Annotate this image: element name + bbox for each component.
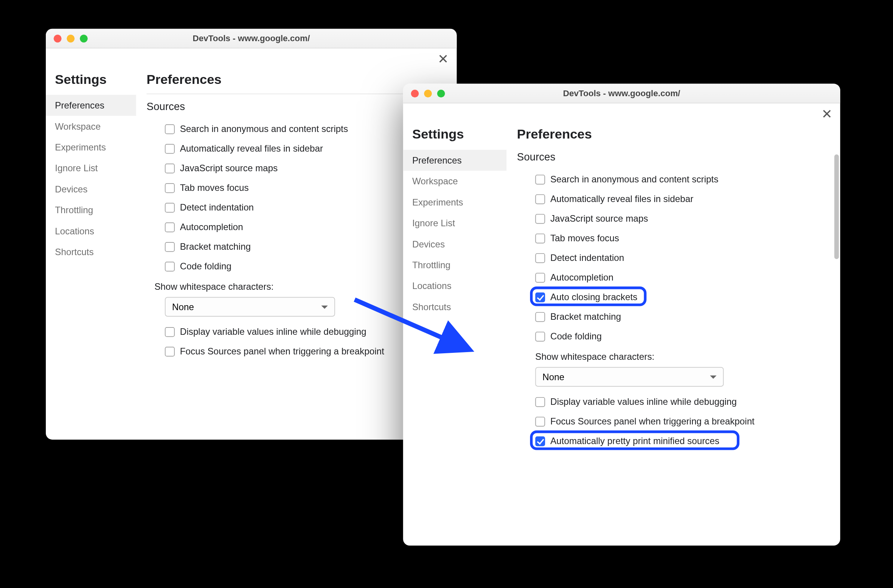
devtools-window-right: DevTools - www.google.com/ ✕ Settings Pr… bbox=[403, 84, 840, 546]
content: Settings Preferences Workspace Experimen… bbox=[46, 69, 457, 439]
option-row: Automatically reveal files in sidebar bbox=[517, 189, 830, 209]
checkbox[interactable] bbox=[535, 194, 545, 204]
page-title: Preferences bbox=[517, 124, 830, 149]
checkbox[interactable] bbox=[535, 214, 545, 224]
sidebar-item-preferences[interactable]: Preferences bbox=[46, 95, 136, 116]
checkbox[interactable] bbox=[165, 164, 175, 174]
option-row: Automatically reveal files in sidebar bbox=[147, 139, 446, 158]
sidebar-item-experiments[interactable]: Experiments bbox=[46, 137, 136, 157]
option-label: JavaScript source maps bbox=[550, 213, 648, 224]
option-label: Automatically reveal files in sidebar bbox=[550, 194, 694, 204]
option-row: Tab moves focus bbox=[517, 228, 830, 248]
option-label: Detect indentation bbox=[180, 202, 254, 212]
option-row-auto-pretty-print: Automatically pretty print minified sour… bbox=[517, 431, 830, 451]
chevron-down-icon bbox=[710, 375, 717, 379]
minimize-icon[interactable] bbox=[424, 89, 432, 97]
traffic-lights bbox=[403, 89, 445, 97]
option-label: Focus Sources panel when triggering a br… bbox=[550, 416, 755, 426]
close-icon[interactable] bbox=[411, 89, 419, 97]
option-label: Tab moves focus bbox=[180, 182, 249, 193]
sidebar: Settings Preferences Workspace Experimen… bbox=[46, 69, 136, 439]
whitespace-select[interactable]: None bbox=[535, 367, 724, 387]
sidebar-item-preferences[interactable]: Preferences bbox=[403, 150, 507, 170]
close-icon[interactable] bbox=[54, 34, 61, 42]
option-row: Search in anonymous and content scripts bbox=[517, 169, 830, 189]
checkbox[interactable] bbox=[165, 222, 175, 232]
select-label: Show whitespace characters: bbox=[147, 276, 446, 294]
checkbox[interactable] bbox=[535, 397, 545, 407]
minimize-icon[interactable] bbox=[67, 34, 74, 42]
checkbox[interactable] bbox=[165, 183, 175, 193]
select-value: None bbox=[172, 302, 194, 312]
checkbox[interactable] bbox=[535, 292, 545, 302]
section-title-sources: Sources bbox=[147, 101, 446, 113]
sidebar-item-experiments[interactable]: Experiments bbox=[403, 192, 507, 212]
option-row: Bracket matching bbox=[147, 237, 446, 256]
sidebar-item-locations[interactable]: Locations bbox=[403, 276, 507, 296]
option-row: Search in anonymous and content scripts bbox=[147, 119, 446, 139]
content: Settings Preferences Workspace Experimen… bbox=[403, 124, 840, 546]
page-title: Preferences bbox=[147, 69, 446, 94]
sidebar: Settings Preferences Workspace Experimen… bbox=[403, 124, 507, 546]
checkbox[interactable] bbox=[165, 203, 175, 213]
sidebar-item-workspace[interactable]: Workspace bbox=[403, 171, 507, 192]
option-label: Tab moves focus bbox=[550, 233, 619, 243]
option-label: Automatically reveal files in sidebar bbox=[180, 143, 323, 154]
option-label: JavaScript source maps bbox=[180, 163, 278, 173]
sidebar-item-shortcuts[interactable]: Shortcuts bbox=[46, 241, 136, 262]
option-label: Display variable values inline while deb… bbox=[180, 326, 366, 337]
checkbox[interactable] bbox=[535, 417, 545, 427]
main-panel: Preferences Sources Search in anonymous … bbox=[507, 124, 840, 546]
window-title: DevTools - www.google.com/ bbox=[46, 33, 457, 43]
checkbox[interactable] bbox=[165, 124, 175, 134]
chevron-down-icon bbox=[321, 305, 328, 309]
option-label: Auto closing brackets bbox=[550, 292, 637, 302]
sidebar-item-ignore-list[interactable]: Ignore List bbox=[46, 158, 136, 179]
option-label: Bracket matching bbox=[180, 241, 251, 252]
sidebar-item-throttling[interactable]: Throttling bbox=[46, 200, 136, 220]
checkbox[interactable] bbox=[535, 175, 545, 185]
select-value: None bbox=[542, 372, 564, 382]
titlebar[interactable]: DevTools - www.google.com/ bbox=[403, 84, 840, 104]
option-label: Display variable values inline while deb… bbox=[550, 396, 737, 407]
sidebar-title: Settings bbox=[403, 124, 507, 150]
sidebar-item-shortcuts[interactable]: Shortcuts bbox=[403, 296, 507, 317]
sidebar-item-workspace[interactable]: Workspace bbox=[46, 116, 136, 137]
option-row: Autocompletion bbox=[147, 217, 446, 237]
sidebar-item-ignore-list[interactable]: Ignore List bbox=[403, 213, 507, 234]
option-label: Autocompletion bbox=[180, 222, 243, 232]
checkbox[interactable] bbox=[535, 273, 545, 283]
checkbox[interactable] bbox=[165, 242, 175, 252]
option-row-auto-closing-brackets: Auto closing brackets bbox=[517, 287, 830, 307]
option-row: Bracket matching bbox=[517, 307, 830, 326]
close-panel-icon[interactable]: ✕ bbox=[821, 107, 833, 120]
devtools-window-left: DevTools - www.google.com/ ✕ Settings Pr… bbox=[46, 29, 457, 440]
scrollbar[interactable] bbox=[834, 154, 839, 259]
sidebar-item-devices[interactable]: Devices bbox=[403, 234, 507, 254]
checkbox[interactable] bbox=[535, 436, 545, 446]
traffic-lights bbox=[46, 34, 88, 42]
checkbox[interactable] bbox=[535, 234, 545, 244]
checkbox[interactable] bbox=[165, 144, 175, 154]
titlebar[interactable]: DevTools - www.google.com/ bbox=[46, 29, 457, 48]
whitespace-select[interactable]: None bbox=[165, 297, 335, 317]
checkbox[interactable] bbox=[535, 312, 545, 322]
option-label: Bracket matching bbox=[550, 311, 621, 322]
option-label: Code folding bbox=[550, 331, 602, 341]
maximize-icon[interactable] bbox=[80, 34, 87, 42]
checkbox[interactable] bbox=[535, 253, 545, 263]
maximize-icon[interactable] bbox=[437, 89, 445, 97]
option-row: Focus Sources panel when triggering a br… bbox=[147, 341, 446, 361]
sidebar-item-locations[interactable]: Locations bbox=[46, 220, 136, 241]
option-label: Autocompletion bbox=[550, 272, 614, 282]
option-row: JavaScript source maps bbox=[147, 158, 446, 178]
close-panel-icon[interactable]: ✕ bbox=[438, 52, 449, 65]
checkbox[interactable] bbox=[165, 262, 175, 272]
checkbox[interactable] bbox=[165, 347, 175, 357]
sidebar-item-throttling[interactable]: Throttling bbox=[403, 254, 507, 275]
option-row: Focus Sources panel when triggering a br… bbox=[517, 411, 830, 431]
checkbox[interactable] bbox=[165, 327, 175, 337]
checkbox[interactable] bbox=[535, 332, 545, 342]
panel-topbar: ✕ bbox=[403, 104, 840, 124]
sidebar-item-devices[interactable]: Devices bbox=[46, 179, 136, 199]
